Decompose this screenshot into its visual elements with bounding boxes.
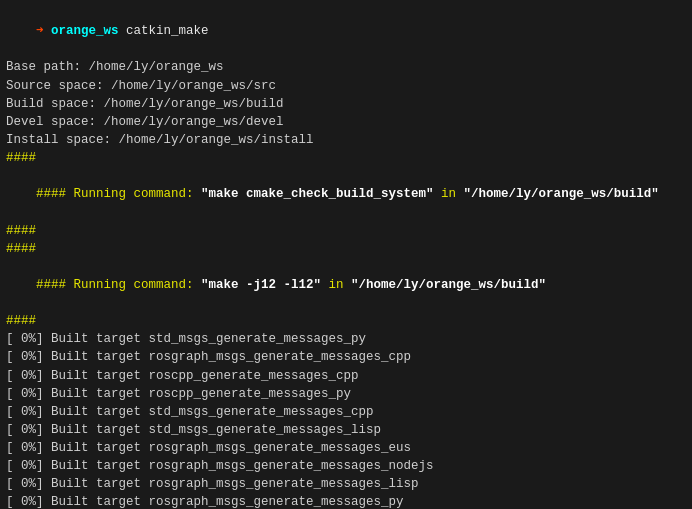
line-build-6: [ 0%] Built target std_msgs_generate_mes… (6, 421, 686, 439)
arrow-icon: ➜ (36, 24, 44, 38)
line-build-1: [ 0%] Built target std_msgs_generate_mes… (6, 330, 686, 348)
line-hash3: #### (6, 240, 686, 258)
line-build-7: [ 0%] Built target rosgraph_msgs_generat… (6, 439, 686, 457)
line-basepath: Base path: /home/ly/orange_ws (6, 58, 686, 76)
line-devel: Devel space: /home/ly/orange_ws/devel (6, 113, 686, 131)
line-hash1: #### (6, 149, 686, 167)
line-build-4: [ 0%] Built target roscpp_generate_messa… (6, 385, 686, 403)
line-build-10: [ 0%] Built target rosgraph_msgs_generat… (6, 493, 686, 509)
line-build-3: [ 0%] Built target roscpp_generate_messa… (6, 367, 686, 385)
line-cmd2: #### Running command: "make -j12 -l12" i… (6, 258, 686, 312)
line-install: Install space: /home/ly/orange_ws/instal… (6, 131, 686, 149)
line-build-9: [ 0%] Built target rosgraph_msgs_generat… (6, 475, 686, 493)
line-cmd1: #### Running command: "make cmake_check_… (6, 167, 686, 221)
line-hash2: #### (6, 222, 686, 240)
line-build: Build space: /home/ly/orange_ws/build (6, 95, 686, 113)
line-build-8: [ 0%] Built target rosgraph_msgs_generat… (6, 457, 686, 475)
line-prompt: ➜ orange_ws catkin_make (6, 4, 686, 58)
terminal: ➜ orange_ws catkin_make Base path: /home… (0, 0, 692, 509)
line-build-2: [ 0%] Built target rosgraph_msgs_generat… (6, 348, 686, 366)
line-hash4: #### (6, 312, 686, 330)
line-build-5: [ 0%] Built target std_msgs_generate_mes… (6, 403, 686, 421)
line-source: Source space: /home/ly/orange_ws/src (6, 77, 686, 95)
